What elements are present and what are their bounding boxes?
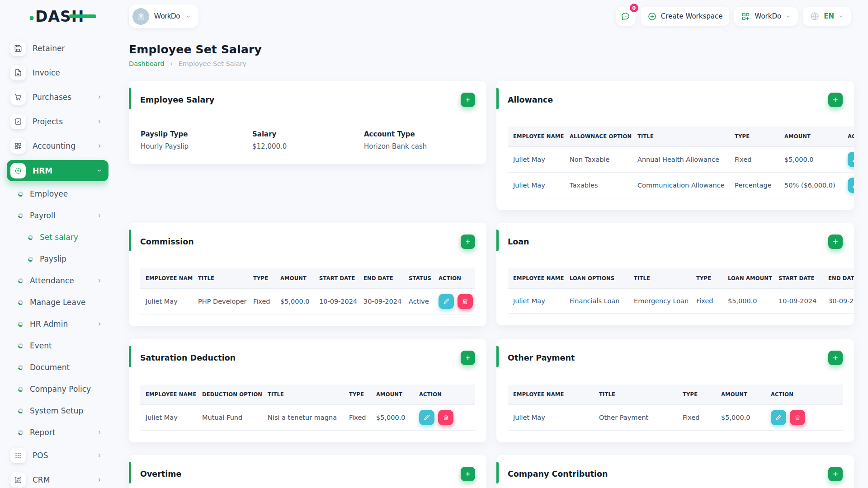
table-cell: Fixed <box>677 405 716 431</box>
delete-button[interactable] <box>438 410 453 425</box>
column-header: ACTION <box>414 385 475 405</box>
add-other-payment-button[interactable] <box>828 351 843 365</box>
card-title: Company Contribution <box>508 469 608 479</box>
workdo-menu-label: WorkDo <box>755 12 781 20</box>
workspace-label: WorkDo <box>154 12 180 20</box>
column-header: EMPLOYEE NAME <box>508 268 564 289</box>
add-employee-salary-button[interactable] <box>461 93 475 107</box>
chevron-right-icon <box>97 143 102 149</box>
sidebar-item-payslip[interactable]: Payslip <box>10 253 108 265</box>
edit-button[interactable] <box>848 152 854 167</box>
table-cell: Non Taxable <box>564 147 632 173</box>
table-row: Juliet MayPHP DeveloperFixed$5,000.010-0… <box>140 289 475 314</box>
add-allowance-button[interactable] <box>828 93 843 107</box>
table-cell: Emergency Loan <box>628 289 691 314</box>
table-cell: Financials Loan <box>564 289 628 314</box>
add-company-contribution-button[interactable] <box>828 467 843 481</box>
card-loan: Loan EMPLOYEE NAMELOAN OPTIONSTITLETYPEL… <box>496 223 854 325</box>
create-workspace-button[interactable]: Create Workspace <box>641 7 730 26</box>
column-header: EMPLOYEE NAME <box>508 127 564 147</box>
sidebar-item-company-policy[interactable]: Company Policy <box>10 383 108 395</box>
sidebar-item-manage-leave[interactable]: Manage Leave <box>10 296 108 309</box>
table-cell: Juliet May <box>140 405 197 431</box>
action-cell <box>765 405 843 431</box>
sidebar-item-event[interactable]: Event <box>10 339 108 352</box>
page-title: Employee Set Salary <box>129 43 854 56</box>
add-overtime-button[interactable] <box>461 467 475 481</box>
sidebar-item-hr-admin[interactable]: HR Admin <box>10 318 108 330</box>
sidebar-item-crm[interactable]: CRM <box>10 472 108 488</box>
workspace-selector[interactable]: WorkDo <box>129 5 198 28</box>
card-allowance: Allowance EMPLOYEE NAMEALLOWNACE OPTIONT… <box>496 81 854 210</box>
submenu-bullet-icon <box>18 192 23 197</box>
sidebar-item-set-salary[interactable]: Set salary <box>10 231 108 244</box>
action-cell <box>842 173 854 198</box>
sidebar-item-label: Accounting <box>33 141 75 150</box>
sidebar-item-invoice[interactable]: Invoice <box>10 65 108 80</box>
chevron-right-icon <box>97 321 102 327</box>
column-header: ACTION <box>842 127 854 147</box>
delete-button[interactable] <box>458 294 473 309</box>
edit-button[interactable] <box>439 294 454 309</box>
workdo-menu-button[interactable]: WorkDo <box>734 7 798 26</box>
add-commission-button[interactable] <box>461 235 475 249</box>
language-selector[interactable]: EN <box>803 7 851 26</box>
column-header: TITLE <box>193 268 248 289</box>
sidebar-item-retainer[interactable]: Retainer <box>10 41 108 56</box>
chevron-right-icon <box>97 477 102 483</box>
table-cell: Other Payment <box>594 405 677 431</box>
edit-button[interactable] <box>419 410 434 425</box>
sidebar-item-payroll[interactable]: Payroll <box>10 209 108 222</box>
column-header: EMPLOYEE NAME <box>140 385 197 405</box>
grid-plus-icon <box>10 138 26 154</box>
cart-icon <box>10 89 26 105</box>
add-saturation-deduction-button[interactable] <box>461 351 475 365</box>
sidebar-item-label: Attendance <box>30 276 74 285</box>
table-cell: Juliet May <box>508 405 594 431</box>
sidebar-item-hrm[interactable]: HRM <box>7 160 108 181</box>
save-icon <box>10 41 26 56</box>
table-cell: 50% ($6,000.0) <box>779 173 842 198</box>
column-header: ALLOWNACE OPTION <box>564 127 632 147</box>
card-saturation-deduction: Saturation Deduction EMPLOYEE NAMEDEDUCT… <box>129 339 486 442</box>
column-header: AMOUNT <box>275 268 314 289</box>
table-row: Juliet MayOther PaymentFixed$5,000.0 <box>508 405 843 431</box>
breadcrumb: Dashboard Employee Set Salary <box>129 60 854 67</box>
allowance-table: EMPLOYEE NAMEALLOWNACE OPTIONTITLETYPEAM… <box>508 127 854 198</box>
add-loan-button[interactable] <box>828 235 843 249</box>
sidebar-item-label: HRM <box>33 166 52 175</box>
table-cell: 10-09-2024 <box>314 289 358 314</box>
topbar: DASH WorkDo 0 Create Workspace <box>0 0 868 33</box>
table-cell: Fixed <box>691 289 722 314</box>
table-cell: Communication Allowance <box>632 173 729 198</box>
edit-button[interactable] <box>771 410 786 425</box>
card-title: Overtime <box>140 469 181 479</box>
target-icon <box>10 163 26 178</box>
sidebar-item-attendance[interactable]: Attendance <box>10 274 108 287</box>
chevron-right-icon <box>97 430 102 435</box>
sidebar-item-pos[interactable]: POS <box>10 448 108 463</box>
chevron-right-icon <box>97 278 102 283</box>
submenu-bullet-icon <box>18 322 23 327</box>
sidebar-item-accounting[interactable]: Accounting <box>10 138 108 154</box>
messages-badge: 0 <box>630 4 638 12</box>
column-header: START DATE <box>773 268 823 289</box>
sidebar-item-report[interactable]: Report <box>10 426 108 439</box>
breadcrumb-dashboard-link[interactable]: Dashboard <box>129 60 165 67</box>
table-cell: Juliet May <box>508 173 564 198</box>
messages-button[interactable]: 0 <box>616 7 636 26</box>
edit-button[interactable] <box>848 178 854 193</box>
table-cell: Annual Health Allowance <box>632 147 729 173</box>
sidebar-item-document[interactable]: Document <box>10 361 108 374</box>
sidebar-item-system-setup[interactable]: System Setup <box>10 404 108 417</box>
sidebar-item-employee[interactable]: Employee <box>10 188 108 200</box>
sync-square-icon <box>10 472 26 488</box>
language-label: EN <box>824 12 834 20</box>
chevron-down-icon <box>96 168 102 174</box>
column-header: TITLE <box>632 127 729 147</box>
delete-button[interactable] <box>790 410 805 425</box>
sidebar-item-label: Payroll <box>30 211 55 220</box>
sidebar-item-purchases[interactable]: Purchases <box>10 89 108 105</box>
grid-dots-icon <box>10 448 26 463</box>
sidebar-item-projects[interactable]: Projects <box>10 114 108 129</box>
